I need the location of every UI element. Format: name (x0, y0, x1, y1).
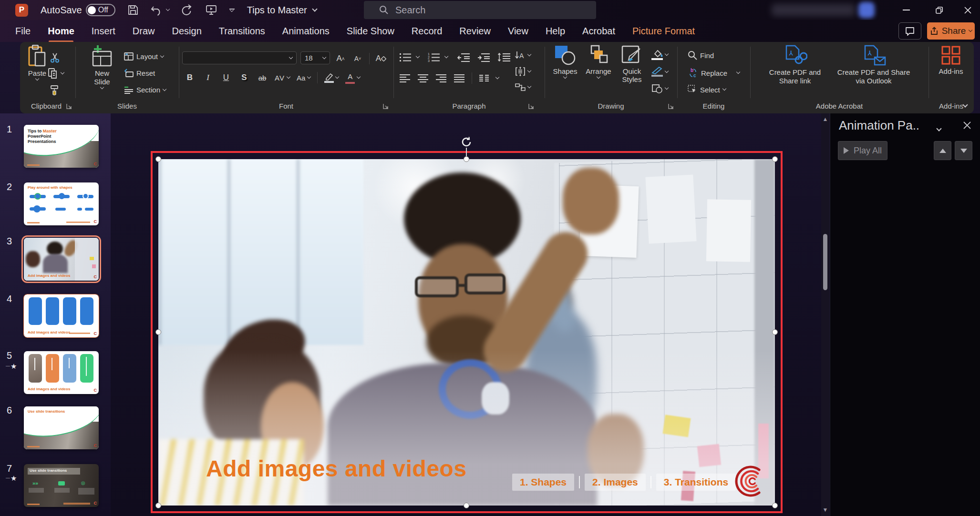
resize-handle-top-right[interactable] (772, 156, 778, 162)
font-size-combo[interactable]: 18 (300, 51, 330, 64)
move-later-button[interactable] (955, 141, 972, 160)
rotation-handle[interactable] (460, 136, 473, 148)
resize-handle-top-left[interactable] (155, 156, 161, 162)
search-input[interactable]: Search (364, 1, 596, 19)
scrollbar-thumb[interactable] (823, 234, 827, 290)
tab-review[interactable]: Review (459, 21, 491, 41)
convert-to-smartart-button[interactable] (515, 83, 531, 91)
text-shadow-button[interactable]: S (238, 71, 250, 84)
bullets-button[interactable] (399, 52, 412, 62)
create-pdf-share-link-button[interactable]: ⅄ Create PDF and Share link (757, 45, 833, 85)
move-earlier-button[interactable] (934, 141, 951, 160)
font-dialog-launcher[interactable] (382, 103, 390, 110)
powerpoint-logo[interactable]: P (15, 4, 28, 17)
align-center-button[interactable] (417, 74, 429, 82)
underline-button[interactable]: U (220, 71, 232, 84)
resize-handle-bottom-right[interactable] (772, 503, 778, 508)
resize-handle-top-center[interactable] (464, 156, 469, 162)
undo-dropdown-icon[interactable] (165, 7, 169, 11)
font-name-combo[interactable] (182, 51, 297, 64)
numbering-button[interactable]: 123 (428, 52, 440, 62)
start-slideshow-button[interactable] (206, 4, 217, 16)
italic-button[interactable]: I (202, 71, 214, 84)
text-highlight-button[interactable] (324, 71, 339, 84)
text-direction-button[interactable]: A (515, 51, 531, 60)
tab-record[interactable]: Record (412, 21, 442, 41)
columns-button[interactable] (479, 74, 489, 82)
quick-styles-button[interactable]: Quick Styles (617, 45, 647, 83)
align-right-button[interactable] (435, 74, 447, 82)
slide-thumbnail-6[interactable]: Use slide transitions C (24, 406, 99, 449)
format-painter-button[interactable] (50, 85, 60, 95)
increase-indent-button[interactable] (477, 52, 490, 62)
tab-help[interactable]: Help (546, 21, 565, 41)
shapes-button[interactable]: Shapes (550, 45, 580, 78)
customize-quick-access-button[interactable] (229, 9, 235, 11)
scroll-down-icon[interactable]: ▼ (822, 507, 828, 513)
section-button[interactable]: Section (124, 86, 166, 94)
align-text-button[interactable] (515, 67, 531, 76)
align-left-button[interactable] (399, 74, 411, 82)
layout-button[interactable]: Layout (124, 52, 164, 61)
collapse-ribbon-button[interactable] (963, 100, 967, 109)
tab-design[interactable]: Design (172, 21, 202, 41)
user-avatar[interactable] (858, 2, 875, 18)
tab-transitions[interactable]: Transitions (219, 21, 265, 41)
slide-thumbnail-3-selected[interactable]: Add images and videos C (24, 238, 99, 281)
resize-handle-bottom-left[interactable] (155, 503, 161, 508)
slide-picture[interactable]: Add images and videos 1. Shapes 2. Image… (158, 159, 775, 506)
clear-formatting-button[interactable]: A (375, 52, 387, 65)
slide-thumbnail-2[interactable]: Play around with shapes C (24, 182, 99, 225)
slide-thumbnail-5[interactable]: Add images and videos C (24, 351, 99, 394)
close-button[interactable] (956, 0, 980, 20)
slide-thumbnail-1[interactable]: Tips to Master PowerPoint Presentations … (24, 125, 99, 168)
slide-thumbnail-7[interactable]: Use slide transitions »» ◎ C (24, 464, 99, 507)
autosave-control[interactable]: AutoSave Off (41, 4, 115, 16)
character-spacing-button[interactable]: AV (275, 71, 290, 84)
footer-item-transitions[interactable]: 3. Transitions (656, 474, 736, 491)
cut-button[interactable] (50, 52, 60, 63)
line-spacing-button[interactable] (497, 52, 511, 62)
increase-font-size-button[interactable]: A˄ (335, 52, 346, 65)
share-button[interactable]: Share (927, 22, 975, 40)
shape-effects-button[interactable] (651, 84, 668, 93)
animation-pane-dropdown[interactable] (937, 124, 941, 132)
slide-thumbnail-4[interactable]: Add images and videos C (24, 294, 99, 337)
comments-button[interactable] (898, 22, 921, 40)
change-case-button[interactable]: Aa (297, 71, 310, 84)
shape-fill-button[interactable] (651, 50, 668, 60)
addins-button[interactable]: Add-ins (933, 45, 969, 76)
restore-button[interactable] (925, 0, 953, 20)
resize-handle-middle-left[interactable] (155, 329, 161, 335)
drawing-dialog-launcher[interactable] (668, 103, 675, 110)
minimize-button[interactable] (892, 0, 920, 20)
tab-file[interactable]: File (15, 21, 31, 41)
find-button[interactable]: Find (688, 51, 714, 60)
resize-handle-bottom-center[interactable] (464, 503, 469, 508)
autosave-toggle[interactable]: Off (86, 4, 115, 16)
strikethrough-button[interactable]: ab (257, 71, 268, 84)
tab-picture-format[interactable]: Picture Format (632, 21, 695, 41)
save-button[interactable] (128, 5, 138, 15)
justify-button[interactable] (454, 74, 465, 82)
footer-item-images[interactable]: 2. Images (585, 474, 646, 491)
resize-handle-middle-right[interactable] (772, 329, 778, 335)
canvas-scrollbar[interactable]: ▲ ▼ (821, 113, 829, 516)
animation-pane-close-button[interactable] (963, 121, 971, 130)
copy-button[interactable] (48, 68, 64, 79)
footer-item-shapes[interactable]: 1. Shapes (512, 474, 574, 491)
paragraph-dialog-launcher[interactable] (528, 103, 535, 110)
undo-button[interactable] (151, 5, 169, 16)
reset-button[interactable]: Reset (124, 69, 155, 77)
slide-title-text[interactable]: Add images and videos (206, 455, 467, 482)
tab-insert[interactable]: Insert (92, 21, 115, 41)
create-pdf-outlook-button[interactable]: ⅄ Create PDF and Share via Outlook (833, 45, 914, 85)
redo-button[interactable] (182, 4, 193, 16)
select-button[interactable]: Select (688, 85, 726, 94)
tab-view[interactable]: View (508, 21, 528, 41)
replace-button[interactable]: bc Replace (688, 68, 740, 78)
play-all-button[interactable]: Play All (838, 141, 887, 160)
tab-home[interactable]: Home (48, 21, 74, 41)
decrease-font-size-button[interactable]: A˅ (352, 52, 363, 65)
new-slide-button[interactable]: New Slide (86, 45, 118, 89)
